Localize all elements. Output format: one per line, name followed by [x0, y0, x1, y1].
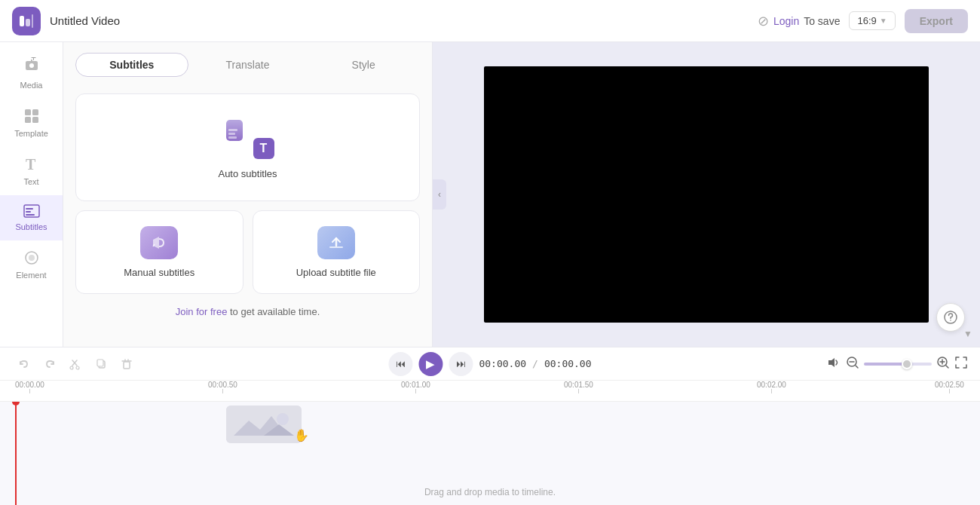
save-area: ⊘ Login To save — [758, 13, 841, 29]
ruler-mark-1: 00:00.50 — [208, 381, 237, 393]
timeline-track-1: ✋ — [0, 402, 980, 447]
media-icon: + — [23, 57, 40, 78]
timeline-area: ⏮ ▶ ⏭ 00:00.00 / 00:00.00 — [0, 347, 980, 505]
text-icon: T — [23, 156, 40, 174]
svg-rect-10 — [32, 117, 38, 123]
app-logo — [12, 7, 41, 35]
ruler-mark-3: 00:01.50 — [564, 381, 593, 393]
zoom-slider[interactable] — [864, 363, 932, 366]
skip-back-button[interactable]: ⏮ — [388, 352, 412, 376]
svg-text:+: + — [31, 57, 36, 63]
svg-point-21 — [70, 366, 73, 369]
upload-subtitle-card[interactable]: Upload subtitle file — [253, 210, 421, 294]
subtitle-cards-row: Manual subtitles Upload subtitle file — [75, 210, 420, 294]
current-time: 00:00.00 — [479, 358, 526, 369]
svg-rect-15 — [26, 214, 35, 216]
sidebar-subtitles-label: Subtitles — [15, 222, 47, 231]
track-clip[interactable] — [226, 406, 302, 443]
svg-line-35 — [946, 366, 948, 368]
top-bar-right: ⊘ Login To save 16:9 ▼ Export — [758, 9, 968, 33]
drag-drop-text: Drag and drop media to timeline. — [424, 487, 556, 497]
zoom-in-icon[interactable] — [936, 356, 950, 372]
svg-rect-1 — [26, 19, 30, 26]
join-suffix: to get available time. — [227, 306, 320, 317]
redo-button[interactable] — [38, 352, 62, 376]
svg-rect-13 — [26, 208, 33, 210]
panel-tabs: Subtitles Translate Style — [63, 42, 432, 84]
tab-style[interactable]: Style — [307, 53, 420, 77]
sidebar-item-text[interactable]: T Text — [0, 147, 63, 195]
t-badge: T — [253, 138, 274, 159]
manual-subtitles-card[interactable]: Manual subtitles — [75, 210, 243, 294]
ratio-chevron: ▼ — [880, 17, 887, 25]
svg-rect-2 — [32, 14, 33, 28]
auto-subtitles-label: Auto subtitles — [218, 168, 277, 179]
fullscreen-icon[interactable] — [954, 356, 968, 372]
sidebar-media-label: Media — [20, 81, 43, 90]
login-link[interactable]: Login — [773, 15, 799, 27]
svg-point-4 — [29, 63, 34, 68]
sidebar-item-element[interactable]: Element — [0, 240, 63, 289]
sidebar-item-subtitles[interactable]: Subtitles — [0, 195, 63, 240]
auto-subtitles-icon: T — [222, 115, 274, 159]
template-icon — [23, 108, 40, 126]
timeline-ruler: 00:00.00 00:00.50 00:01.00 00:01.50 00:0… — [0, 381, 980, 402]
tab-translate[interactable]: Translate — [191, 53, 305, 77]
skip-forward-button[interactable]: ⏭ — [449, 352, 473, 376]
sidebar-template-label: Template — [14, 129, 48, 138]
delete-button[interactable] — [115, 352, 139, 376]
top-bar-left: Untitled Video — [12, 7, 120, 35]
svg-rect-7 — [25, 109, 31, 115]
volume-icon[interactable] — [826, 356, 841, 372]
export-button[interactable]: Export — [905, 9, 968, 33]
time-separator: / — [532, 358, 538, 369]
video-title: Untitled Video — [50, 14, 120, 27]
svg-point-37 — [277, 413, 289, 425]
collapse-handle[interactable]: ‹ — [433, 179, 446, 210]
zoom-thumb[interactable] — [902, 359, 912, 369]
svg-text:T: T — [26, 156, 36, 173]
sidebar-item-template[interactable]: Template — [0, 99, 63, 147]
ruler-mark-2: 00:01.00 — [401, 381, 430, 393]
timeline-right-controls — [826, 356, 980, 372]
join-link[interactable]: Join for free — [176, 306, 228, 317]
scroll-arrow[interactable]: ▼ — [963, 329, 972, 339]
panel: Subtitles Translate Style — [63, 42, 433, 347]
ruler-mark-5: 00:02.50 — [935, 381, 964, 393]
undo-button[interactable] — [12, 352, 36, 376]
svg-point-22 — [76, 366, 79, 369]
ruler-mark-0: 00:00.00 — [15, 381, 44, 393]
timeline-left-controls — [0, 352, 139, 376]
video-preview — [484, 66, 929, 323]
svg-line-31 — [856, 366, 858, 368]
manual-subtitles-label: Manual subtitles — [124, 267, 194, 278]
copy-button[interactable] — [89, 352, 113, 376]
zoom-out-icon[interactable] — [846, 356, 859, 372]
upload-subtitle-icon — [317, 226, 355, 259]
playhead[interactable] — [15, 402, 17, 505]
svg-rect-9 — [25, 117, 31, 123]
sidebar-item-media[interactable]: + Media — [0, 48, 63, 99]
preview-area: ‹ ▼ — [433, 42, 980, 347]
timeline-tracks: ✋ Drag and drop media to timeline. — [0, 402, 980, 505]
tab-subtitles[interactable]: Subtitles — [75, 53, 188, 77]
ratio-value: 16:9 — [857, 15, 876, 26]
cut-button[interactable] — [63, 352, 87, 376]
svg-rect-25 — [124, 362, 130, 369]
join-area: Join for free to get available time. — [75, 303, 420, 320]
collapse-icon: ‹ — [438, 189, 441, 200]
svg-rect-0 — [20, 16, 24, 26]
sidebar-element-label: Element — [16, 271, 46, 280]
sidebar: + Media Template T Text — [0, 42, 63, 347]
timeline-toolbar: ⏮ ▶ ⏭ 00:00.00 / 00:00.00 — [0, 347, 980, 381]
drag-cursor: ✋ — [294, 428, 309, 442]
panel-content: T Auto subtitles Manual subtitles — [63, 84, 432, 347]
cloud-icon: ⊘ — [758, 13, 769, 29]
sidebar-text-label: Text — [23, 177, 38, 186]
element-icon — [23, 249, 40, 268]
playback-controls: ⏮ ▶ ⏭ 00:00.00 / 00:00.00 — [388, 352, 591, 376]
ratio-selector[interactable]: 16:9 ▼ — [849, 11, 895, 30]
play-pause-button[interactable]: ▶ — [418, 352, 443, 376]
help-button[interactable] — [936, 303, 965, 332]
auto-subtitles-card[interactable]: T Auto subtitles — [75, 93, 420, 201]
